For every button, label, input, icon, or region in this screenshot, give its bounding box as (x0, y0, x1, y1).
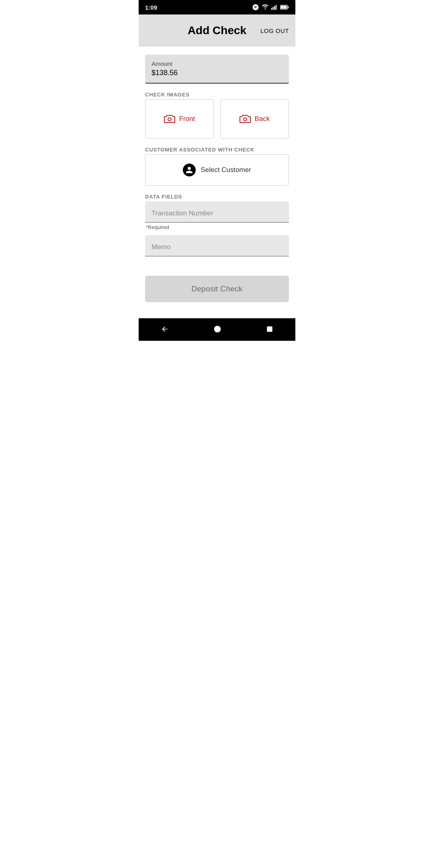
status-bar: 1:09 P ⚡ (139, 0, 295, 14)
camera-front-icon (164, 114, 175, 124)
svg-rect-8 (288, 6, 289, 8)
status-icons: P ⚡ (252, 4, 289, 11)
svg-rect-3 (271, 8, 272, 10)
nav-bar (139, 318, 295, 341)
amount-section: Amount $138.56 (145, 55, 289, 84)
svg-rect-12 (267, 326, 272, 332)
transaction-number-group: *Required (145, 201, 289, 232)
main-content: Amount $138.56 CHECK IMAGES Front Back (139, 47, 295, 318)
select-customer-button[interactable]: Select Customer (145, 154, 289, 186)
memo-group (145, 235, 289, 256)
transaction-number-input[interactable] (145, 201, 289, 223)
home-nav-button[interactable] (205, 323, 229, 335)
front-image-button[interactable]: Front (145, 99, 214, 139)
required-label: *Required (145, 223, 289, 232)
check-images-section: CHECK IMAGES Front Back (145, 92, 289, 139)
svg-rect-6 (276, 5, 276, 10)
deposit-btn-container: Deposit Check (145, 276, 289, 310)
svg-rect-5 (274, 6, 275, 10)
svg-text:⚡: ⚡ (282, 6, 285, 9)
back-image-button[interactable]: Back (220, 99, 289, 139)
recents-nav-icon (266, 326, 273, 333)
data-fields-section: DATA FIELDS *Required (145, 194, 289, 260)
svg-point-2 (265, 9, 266, 10)
person-svg (185, 166, 193, 174)
recents-nav-button[interactable] (258, 324, 281, 334)
select-customer-label: Select Customer (201, 166, 251, 174)
signal-icon (271, 4, 278, 10)
battery-icon: ⚡ (280, 4, 289, 10)
front-label: Front (179, 115, 195, 123)
back-label: Back (255, 115, 270, 123)
wifi-icon (262, 4, 269, 10)
camera-back-icon (240, 114, 251, 124)
check-images-row: Front Back (145, 99, 289, 139)
person-icon (183, 164, 196, 176)
header: Add Check LOG OUT (139, 14, 295, 47)
back-nav-button[interactable] (153, 323, 177, 335)
memo-input[interactable] (145, 235, 289, 256)
amount-label: Amount (151, 60, 283, 67)
svg-rect-4 (273, 7, 274, 10)
page-title: Add Check (188, 24, 246, 37)
svg-point-11 (214, 326, 221, 333)
amount-value: $138.56 (151, 69, 283, 77)
logout-button[interactable]: LOG OUT (260, 27, 289, 34)
notification-icon: P (252, 4, 259, 11)
status-time: 1:09 (145, 4, 157, 11)
svg-text:P: P (254, 5, 257, 9)
home-nav-icon (213, 325, 221, 333)
back-nav-icon (161, 325, 169, 333)
customer-section: CUSTOMER ASSOCIATED WITH CHECK Select Cu… (145, 147, 289, 186)
deposit-check-button[interactable]: Deposit Check (145, 276, 289, 302)
